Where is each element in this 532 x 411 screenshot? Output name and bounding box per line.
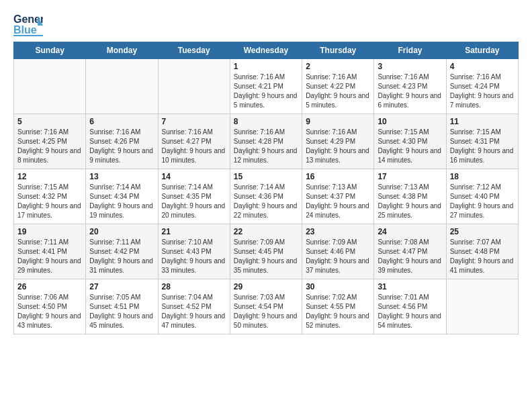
calendar-cell <box>446 279 518 334</box>
calendar-cell: 10Sunrise: 7:15 AM Sunset: 4:30 PM Dayli… <box>374 114 446 169</box>
calendar-cell: 29Sunrise: 7:03 AM Sunset: 4:54 PM Dayli… <box>230 279 302 334</box>
day-info: Sunrise: 7:02 AM Sunset: 4:55 PM Dayligh… <box>306 293 370 330</box>
calendar-cell: 3Sunrise: 7:16 AM Sunset: 4:23 PM Daylig… <box>374 59 446 114</box>
day-number: 16 <box>306 172 370 181</box>
svg-text:Blue: Blue <box>13 24 37 36</box>
calendar-cell: 22Sunrise: 7:09 AM Sunset: 4:45 PM Dayli… <box>230 224 302 279</box>
calendar-cell: 4Sunrise: 7:16 AM Sunset: 4:24 PM Daylig… <box>446 59 518 114</box>
day-number: 30 <box>306 282 370 291</box>
calendar-cell: 8Sunrise: 7:16 AM Sunset: 4:28 PM Daylig… <box>230 114 302 169</box>
day-number: 19 <box>17 227 82 236</box>
day-number: 8 <box>234 117 298 126</box>
day-info: Sunrise: 7:11 AM Sunset: 4:42 PM Dayligh… <box>89 238 154 275</box>
day-info: Sunrise: 7:06 AM Sunset: 4:50 PM Dayligh… <box>17 293 82 330</box>
day-info: Sunrise: 7:01 AM Sunset: 4:56 PM Dayligh… <box>378 293 442 330</box>
calendar-week-row: 19Sunrise: 7:11 AM Sunset: 4:41 PM Dayli… <box>14 224 519 279</box>
calendar-cell: 19Sunrise: 7:11 AM Sunset: 4:41 PM Dayli… <box>14 224 86 279</box>
weekday-header: Sunday <box>14 42 86 59</box>
logo-icon: General Blue <box>13 11 43 38</box>
day-info: Sunrise: 7:03 AM Sunset: 4:54 PM Dayligh… <box>234 293 298 330</box>
day-number: 1 <box>234 62 298 71</box>
day-info: Sunrise: 7:16 AM Sunset: 4:21 PM Dayligh… <box>234 73 298 110</box>
day-number: 17 <box>378 172 442 181</box>
day-info: Sunrise: 7:16 AM Sunset: 4:28 PM Dayligh… <box>234 128 298 165</box>
calendar-cell: 12Sunrise: 7:15 AM Sunset: 4:32 PM Dayli… <box>14 169 86 224</box>
day-info: Sunrise: 7:09 AM Sunset: 4:45 PM Dayligh… <box>234 238 298 275</box>
calendar-cell: 17Sunrise: 7:13 AM Sunset: 4:38 PM Dayli… <box>374 169 446 224</box>
day-info: Sunrise: 7:16 AM Sunset: 4:25 PM Dayligh… <box>17 128 82 165</box>
day-number: 9 <box>306 117 370 126</box>
calendar-week-row: 12Sunrise: 7:15 AM Sunset: 4:32 PM Dayli… <box>14 169 519 224</box>
day-info: Sunrise: 7:16 AM Sunset: 4:29 PM Dayligh… <box>306 128 370 165</box>
day-info: Sunrise: 7:15 AM Sunset: 4:30 PM Dayligh… <box>378 128 442 165</box>
calendar-week-row: 5Sunrise: 7:16 AM Sunset: 4:25 PM Daylig… <box>14 114 519 169</box>
day-info: Sunrise: 7:16 AM Sunset: 4:23 PM Dayligh… <box>378 73 442 110</box>
calendar-cell: 24Sunrise: 7:08 AM Sunset: 4:47 PM Dayli… <box>374 224 446 279</box>
day-info: Sunrise: 7:10 AM Sunset: 4:43 PM Dayligh… <box>162 238 226 275</box>
day-info: Sunrise: 7:15 AM Sunset: 4:32 PM Dayligh… <box>17 183 82 220</box>
calendar-cell: 11Sunrise: 7:15 AM Sunset: 4:31 PM Dayli… <box>446 114 518 169</box>
calendar-cell <box>158 59 230 114</box>
calendar-cell: 9Sunrise: 7:16 AM Sunset: 4:29 PM Daylig… <box>302 114 374 169</box>
day-info: Sunrise: 7:14 AM Sunset: 4:34 PM Dayligh… <box>89 183 154 220</box>
day-number: 27 <box>89 282 154 291</box>
calendar-cell: 13Sunrise: 7:14 AM Sunset: 4:34 PM Dayli… <box>86 169 158 224</box>
calendar-cell: 27Sunrise: 7:05 AM Sunset: 4:51 PM Dayli… <box>86 279 158 334</box>
day-info: Sunrise: 7:04 AM Sunset: 4:52 PM Dayligh… <box>162 293 226 330</box>
day-number: 21 <box>162 227 226 236</box>
day-info: Sunrise: 7:11 AM Sunset: 4:41 PM Dayligh… <box>17 238 82 275</box>
day-info: Sunrise: 7:15 AM Sunset: 4:31 PM Dayligh… <box>450 128 515 165</box>
calendar-cell: 7Sunrise: 7:16 AM Sunset: 4:27 PM Daylig… <box>158 114 230 169</box>
day-number: 22 <box>234 227 298 236</box>
calendar-header-row: SundayMondayTuesdayWednesdayThursdayFrid… <box>14 42 519 59</box>
day-number: 31 <box>378 282 442 291</box>
day-number: 26 <box>17 282 82 291</box>
day-info: Sunrise: 7:14 AM Sunset: 4:36 PM Dayligh… <box>234 183 298 220</box>
day-number: 29 <box>234 282 298 291</box>
day-number: 3 <box>378 62 442 71</box>
day-number: 25 <box>450 227 515 236</box>
calendar-cell: 25Sunrise: 7:07 AM Sunset: 4:48 PM Dayli… <box>446 224 518 279</box>
header: General Blue <box>13 11 519 38</box>
calendar-cell: 1Sunrise: 7:16 AM Sunset: 4:21 PM Daylig… <box>230 59 302 114</box>
day-info: Sunrise: 7:13 AM Sunset: 4:37 PM Dayligh… <box>306 183 370 220</box>
calendar-cell: 20Sunrise: 7:11 AM Sunset: 4:42 PM Dayli… <box>86 224 158 279</box>
day-number: 2 <box>306 62 370 71</box>
day-number: 23 <box>306 227 370 236</box>
day-info: Sunrise: 7:09 AM Sunset: 4:46 PM Dayligh… <box>306 238 370 275</box>
day-number: 6 <box>89 117 154 126</box>
calendar-week-row: 26Sunrise: 7:06 AM Sunset: 4:50 PM Dayli… <box>14 279 519 334</box>
day-info: Sunrise: 7:05 AM Sunset: 4:51 PM Dayligh… <box>89 293 154 330</box>
day-info: Sunrise: 7:14 AM Sunset: 4:35 PM Dayligh… <box>162 183 226 220</box>
day-number: 20 <box>89 227 154 236</box>
calendar-week-row: 1Sunrise: 7:16 AM Sunset: 4:21 PM Daylig… <box>14 59 519 114</box>
weekday-header: Friday <box>374 42 446 59</box>
calendar-cell <box>86 59 158 114</box>
calendar-cell: 18Sunrise: 7:12 AM Sunset: 4:40 PM Dayli… <box>446 169 518 224</box>
day-info: Sunrise: 7:13 AM Sunset: 4:38 PM Dayligh… <box>378 183 442 220</box>
calendar-cell: 5Sunrise: 7:16 AM Sunset: 4:25 PM Daylig… <box>14 114 86 169</box>
calendar-cell: 28Sunrise: 7:04 AM Sunset: 4:52 PM Dayli… <box>158 279 230 334</box>
day-info: Sunrise: 7:08 AM Sunset: 4:47 PM Dayligh… <box>378 238 442 275</box>
weekday-header: Saturday <box>446 42 518 59</box>
day-number: 4 <box>450 62 515 71</box>
day-number: 5 <box>17 117 82 126</box>
day-number: 28 <box>162 282 226 291</box>
day-info: Sunrise: 7:16 AM Sunset: 4:26 PM Dayligh… <box>89 128 154 165</box>
calendar-cell: 31Sunrise: 7:01 AM Sunset: 4:56 PM Dayli… <box>374 279 446 334</box>
day-number: 12 <box>17 172 82 181</box>
day-number: 15 <box>234 172 298 181</box>
calendar-cell: 2Sunrise: 7:16 AM Sunset: 4:22 PM Daylig… <box>302 59 374 114</box>
day-number: 10 <box>378 117 442 126</box>
day-number: 18 <box>450 172 515 181</box>
day-info: Sunrise: 7:07 AM Sunset: 4:48 PM Dayligh… <box>450 238 515 275</box>
calendar-cell: 30Sunrise: 7:02 AM Sunset: 4:55 PM Dayli… <box>302 279 374 334</box>
weekday-header: Tuesday <box>158 42 230 59</box>
day-info: Sunrise: 7:16 AM Sunset: 4:27 PM Dayligh… <box>162 128 226 165</box>
calendar-cell: 23Sunrise: 7:09 AM Sunset: 4:46 PM Dayli… <box>302 224 374 279</box>
calendar-cell <box>14 59 86 114</box>
day-number: 13 <box>89 172 154 181</box>
page: General Blue SundayMondayTuesdayWednesda… <box>0 0 532 342</box>
calendar-cell: 6Sunrise: 7:16 AM Sunset: 4:26 PM Daylig… <box>86 114 158 169</box>
weekday-header: Monday <box>86 42 158 59</box>
